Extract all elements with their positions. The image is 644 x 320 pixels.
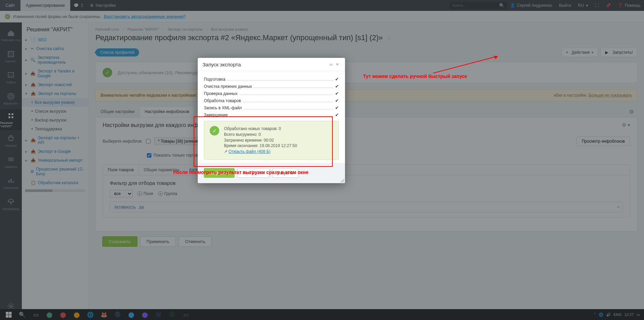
modal-stop-button[interactable]: Остановить bbox=[237, 168, 270, 178]
check-icon: ✔ bbox=[335, 84, 339, 89]
check-icon: ✔ bbox=[335, 98, 339, 103]
export-run-modal: Запуск экспорта ▭ ✕ Подготовка✔ Очистка … bbox=[198, 58, 345, 183]
step-label: Очистка прежних данных bbox=[204, 84, 252, 89]
modal-close-button[interactable]: Закрыть bbox=[272, 168, 298, 178]
check-icon: ✔ bbox=[335, 105, 339, 110]
open-file-link[interactable]: Открыть файл (408 Б) bbox=[228, 149, 270, 154]
step-label: Подготовка bbox=[204, 77, 225, 82]
export-result-box: ✓ Обработано новых товаров: 0 Всего выгр… bbox=[204, 121, 339, 160]
modal-minimize-icon[interactable]: ▭ bbox=[328, 61, 334, 67]
step-label: Завершение bbox=[204, 113, 228, 117]
success-check-icon: ✓ bbox=[210, 126, 219, 135]
check-icon: ✔ bbox=[335, 112, 339, 117]
step-label: Запись в XML-файл bbox=[204, 106, 242, 110]
result-line: Затрачено времени: 00:02 bbox=[224, 138, 297, 143]
check-icon: ✔ bbox=[335, 77, 339, 82]
step-label: Обработка товаров bbox=[204, 98, 241, 103]
modal-resize-handle[interactable] bbox=[340, 178, 344, 182]
result-line: Обработано новых товаров: 0 bbox=[224, 126, 297, 132]
check-icon: ✔ bbox=[335, 91, 339, 96]
modal-run-button[interactable]: Запустить! bbox=[204, 168, 235, 178]
step-label: Проверка данных bbox=[204, 91, 238, 96]
modal-close-icon[interactable]: ✕ bbox=[334, 61, 340, 67]
result-line: Время окончания: 19.08.2019 12:27:50 bbox=[224, 143, 297, 149]
modal-title: Запуск экспорта bbox=[203, 62, 241, 67]
result-line: Всего выгружено: 0 bbox=[224, 132, 297, 138]
